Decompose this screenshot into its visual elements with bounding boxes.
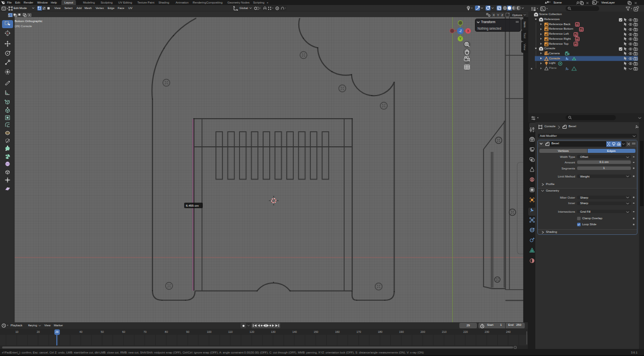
svg-text:X: X: [467, 29, 469, 33]
svg-text:-Z: -Z: [459, 29, 462, 33]
svg-text:Y: Y: [459, 37, 462, 40]
